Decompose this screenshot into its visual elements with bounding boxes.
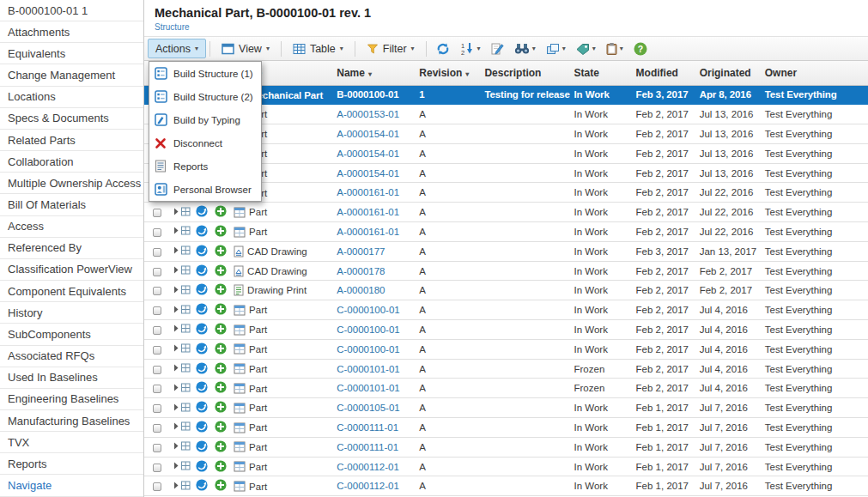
sidebar-item-classification-powerview[interactable]: Classification PowerView [0, 259, 143, 281]
name-link[interactable]: A-0000153-01 [337, 109, 399, 119]
sidebar-item-attachments[interactable]: Attachments [0, 21, 143, 43]
row-checkbox[interactable] [153, 268, 161, 276]
sidebar-item-history[interactable]: History [0, 302, 143, 324]
name-link[interactable]: A-0000161-01 [337, 187, 399, 197]
add-icon[interactable] [215, 283, 227, 295]
column-header-owner[interactable]: Owner [762, 61, 868, 85]
sidebar-item-bill-of-materials[interactable]: Bill Of Materials [0, 194, 143, 215]
explore-icon[interactable] [196, 460, 208, 472]
column-header-revision[interactable]: Revision▾ [416, 61, 481, 85]
row-checkbox[interactable] [153, 424, 161, 433]
add-icon[interactable] [215, 225, 227, 237]
explore-icon[interactable] [196, 323, 208, 335]
clipboard-button[interactable]: ▾ [601, 39, 628, 58]
add-icon[interactable] [215, 323, 227, 335]
expand-structure-icon[interactable] [173, 383, 191, 392]
add-icon[interactable] [215, 303, 227, 315]
expand-structure-icon[interactable] [173, 245, 191, 255]
sidebar-item-engineering-baselines[interactable]: Engineering Baselines [0, 389, 143, 410]
menu-item-reports[interactable]: Reports [149, 155, 261, 178]
table-row[interactable]: Part A-0000161-01 A In Work Feb 2, 2017 … [144, 203, 868, 222]
explore-icon[interactable] [196, 401, 208, 413]
column-header-name[interactable]: Name▾ [333, 61, 416, 85]
expand-structure-icon[interactable] [173, 285, 191, 294]
name-link[interactable]: C-0000111-01 [337, 442, 398, 452]
sidebar-item-locations[interactable]: Locations [0, 87, 143, 108]
column-header-modified[interactable]: Modified [633, 61, 696, 85]
add-icon[interactable] [215, 460, 227, 472]
find-button[interactable]: ▾ [509, 39, 541, 58]
row-checkbox[interactable] [153, 366, 161, 374]
explore-icon[interactable] [196, 205, 208, 217]
name-link[interactable]: C-0000112-01 [337, 481, 399, 491]
name-link[interactable]: C-0000105-01 [337, 403, 400, 413]
menu-item-personal-browser[interactable]: Personal Browser [149, 178, 261, 201]
name-link[interactable]: C-0000100-01 [337, 305, 400, 315]
tag-button[interactable]: ▾ [571, 39, 601, 58]
row-checkbox[interactable] [153, 287, 161, 295]
view-button[interactable]: View ▾ [214, 39, 277, 58]
help-button[interactable]: ? [628, 39, 653, 58]
row-checkbox[interactable] [153, 306, 161, 315]
add-icon[interactable] [215, 205, 227, 217]
menu-item-build-by-typing[interactable]: Build by Typing [149, 108, 261, 131]
add-icon[interactable] [215, 381, 227, 393]
page-subtitle-structure[interactable]: Structure [155, 22, 868, 32]
table-row[interactable]: Part C-0000101-01 A Frozen Feb 2, 2017 J… [144, 359, 868, 379]
row-checkbox[interactable] [153, 248, 161, 257]
expand-structure-icon[interactable] [173, 305, 191, 314]
name-link[interactable]: A-0000161-01 [337, 227, 399, 237]
menu-item-build-structure-1[interactable]: Build Structure (1) [149, 62, 261, 85]
name-link[interactable]: C-0000100-01 [337, 324, 400, 335]
table-row[interactable]: Part A-0000161-01 A In Work Feb 2, 2017 … [144, 222, 868, 242]
explore-icon[interactable] [196, 362, 208, 374]
row-checkbox[interactable] [153, 482, 161, 491]
name-link[interactable]: A-0000161-01 [337, 207, 399, 217]
add-icon[interactable] [215, 440, 227, 452]
name-link[interactable]: C-0000112-01 [337, 462, 399, 472]
sidebar-item-reports[interactable]: Reports [0, 453, 143, 475]
menu-item-disconnect[interactable]: Disconnect [149, 131, 261, 155]
expand-structure-icon[interactable] [173, 461, 191, 470]
name-link[interactable]: C-0000100-01 [337, 344, 400, 355]
name-link[interactable]: A-0000154-01 [337, 148, 399, 159]
actions-button[interactable]: Actions ▾ [148, 39, 206, 58]
table-row[interactable]: Part C-0000100-01 A In Work Feb 2, 2017 … [144, 339, 868, 359]
sidebar-item-specs-documents[interactable]: Specs & Documents [0, 108, 143, 130]
column-header-state[interactable]: State [571, 61, 633, 85]
explore-icon[interactable] [196, 264, 208, 276]
name-link[interactable]: A-0000178 [337, 266, 385, 276]
expand-structure-icon[interactable] [173, 481, 191, 490]
table-row[interactable]: Part C-0000100-01 A In Work Feb 2, 2017 … [144, 300, 868, 320]
explore-icon[interactable] [196, 421, 208, 433]
expand-structure-icon[interactable] [173, 441, 191, 451]
add-icon[interactable] [215, 245, 227, 257]
sidebar-item-access[interactable]: Access [0, 216, 143, 238]
sidebar-item-navigate[interactable]: Navigate [0, 475, 143, 496]
table-row[interactable]: Part C-0000112-01 A In Work Feb 1, 2017 … [144, 476, 868, 496]
row-checkbox[interactable] [153, 444, 161, 452]
table-row[interactable]: Part C-0000111-01 A In Work Feb 1, 2017 … [144, 437, 868, 457]
name-link[interactable]: C-0000101-01 [337, 383, 400, 393]
table-button[interactable]: Table ▾ [285, 39, 351, 58]
row-checkbox[interactable] [153, 228, 161, 237]
add-icon[interactable] [215, 421, 227, 433]
sidebar-item-component-equivalents[interactable]: Component Equivalents [0, 281, 143, 302]
name-link[interactable]: C-0000101-01 [337, 364, 400, 374]
sort-button[interactable]: 12 ▾ [456, 39, 486, 58]
expand-structure-icon[interactable] [173, 343, 191, 353]
table-row[interactable]: Part C-0000105-01 A In Work Feb 1, 2017 … [144, 398, 868, 418]
column-header-originated[interactable]: Originated [696, 61, 762, 85]
explore-icon[interactable] [196, 479, 208, 491]
sidebar-item-associated-rfqs[interactable]: Associated RFQs [0, 346, 143, 367]
explore-icon[interactable] [196, 245, 208, 257]
explore-icon[interactable] [196, 381, 208, 393]
explore-icon[interactable] [196, 225, 208, 237]
sidebar-item-subcomponents[interactable]: SubComponents [0, 324, 143, 345]
name-link[interactable]: A-0000154-01 [337, 168, 399, 179]
add-icon[interactable] [215, 362, 227, 374]
add-icon[interactable] [215, 401, 227, 413]
sidebar-item-equivalents[interactable]: Equivalents [0, 43, 143, 64]
sidebar-item-b-0000100-01-1[interactable]: B-0000100-01 1 [0, 0, 143, 21]
expand-structure-icon[interactable] [173, 265, 191, 275]
